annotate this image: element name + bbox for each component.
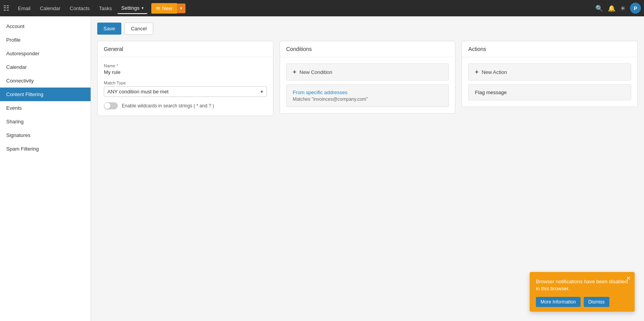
avatar[interactable]: P <box>630 3 641 14</box>
save-button[interactable]: Save <box>97 23 121 35</box>
new-button-main[interactable]: ✉ New <box>151 3 177 14</box>
sidebar-item-events[interactable]: Events <box>0 101 91 115</box>
general-card-title: General <box>98 41 273 57</box>
cards-row: General Name * My rule Match Type ANY co… <box>97 41 638 116</box>
sidebar-item-spam-filtering[interactable]: Spam Filtering <box>0 142 91 156</box>
settings-arrow-icon: ▾ <box>142 6 144 10</box>
toast-message: Browser notifications have been disabled… <box>536 278 628 292</box>
toast-dismiss-button[interactable]: Dismiss <box>584 297 609 307</box>
toast-actions: More Information Dismiss <box>536 297 628 307</box>
sidebar: Account Profile Autoresponder Calendar C… <box>0 16 91 321</box>
plus-icon: + <box>293 68 296 75</box>
actions-card-body: + New Action Flag message <box>462 57 637 107</box>
sidebar-item-autoresponder[interactable]: Autoresponder <box>0 47 91 60</box>
sidebar-item-content-filtering[interactable]: Content Filtering <box>0 88 91 101</box>
topnav-icons: 🔍 🔔 ✳ P <box>595 3 641 14</box>
grid-icon[interactable]: ☷ <box>3 4 9 12</box>
sidebar-item-signatures[interactable]: Signatures <box>0 128 91 142</box>
sidebar-item-connectivity[interactable]: Connectivity <box>0 74 91 88</box>
conditions-card-title: Conditions <box>280 41 455 57</box>
conditions-card-body: + New Condition From specific addresses … <box>280 57 455 113</box>
sidebar-item-account[interactable]: Account <box>0 19 91 33</box>
general-card-body: Name * My rule Match Type ANY condition … <box>98 57 273 116</box>
toast-more-info-button[interactable]: More Information <box>536 297 581 307</box>
add-action-button[interactable]: + New Action <box>468 63 631 81</box>
cancel-button[interactable]: Cancel <box>124 23 153 35</box>
conditions-card: Conditions + New Condition From specific… <box>280 41 456 114</box>
toast-close-button[interactable]: ✕ <box>626 275 631 281</box>
match-type-select-wrapper[interactable]: ANY condition must be metALL conditions … <box>104 86 267 97</box>
new-button-group: ✉ New ▾ <box>151 3 186 14</box>
select-arrow-icon: ▾ <box>261 89 263 95</box>
wildcard-toggle-row: Enable wildcards in search strings ( * a… <box>104 102 267 109</box>
name-value: My rule <box>104 69 267 75</box>
plus-icon-action: + <box>475 68 478 75</box>
toolbar: Save Cancel <box>97 23 638 35</box>
name-field-group: Name * My rule <box>104 63 267 75</box>
actions-card-title: Actions <box>462 41 637 57</box>
toast-notification: ✕ Browser notifications have been disabl… <box>530 272 635 312</box>
nav-tasks[interactable]: Tasks <box>95 3 116 14</box>
condition-title: From specific addresses <box>293 89 443 95</box>
toggle-knob <box>104 103 110 109</box>
match-type-select[interactable]: ANY condition must be metALL conditions … <box>107 89 261 95</box>
top-navigation: ☷ Email Calendar Contacts Tasks Settings… <box>0 0 644 16</box>
new-button-dropdown[interactable]: ▾ <box>177 4 186 13</box>
condition-item[interactable]: From specific addresses Matches "invoinc… <box>286 84 449 107</box>
sun-icon[interactable]: ✳ <box>620 5 625 12</box>
search-icon[interactable]: 🔍 <box>595 5 603 12</box>
condition-desc: Matches "invoinces@company.com" <box>293 96 443 102</box>
bell-icon[interactable]: 🔔 <box>608 5 616 12</box>
nav-contacts[interactable]: Contacts <box>66 3 93 14</box>
nav-email[interactable]: Email <box>14 3 35 14</box>
required-indicator: * <box>116 63 118 68</box>
wildcard-toggle-label: Enable wildcards in search strings ( * a… <box>122 103 214 109</box>
sidebar-item-calendar[interactable]: Calendar <box>0 60 91 74</box>
envelope-icon: ✉ <box>156 5 160 11</box>
nav-settings[interactable]: Settings ▾ <box>117 3 147 14</box>
sidebar-item-profile[interactable]: Profile <box>0 33 91 47</box>
sidebar-item-sharing[interactable]: Sharing <box>0 115 91 128</box>
match-type-label: Match Type <box>104 81 267 85</box>
add-condition-button[interactable]: + New Condition <box>286 63 449 81</box>
action-item[interactable]: Flag message <box>468 84 631 100</box>
name-label: Name * <box>104 63 267 68</box>
nav-calendar[interactable]: Calendar <box>36 3 65 14</box>
wildcard-toggle[interactable] <box>104 102 118 109</box>
match-type-group: Match Type ANY condition must be metALL … <box>104 81 267 97</box>
actions-card: Actions + New Action Flag message <box>462 41 638 107</box>
general-card: General Name * My rule Match Type ANY co… <box>97 41 273 116</box>
